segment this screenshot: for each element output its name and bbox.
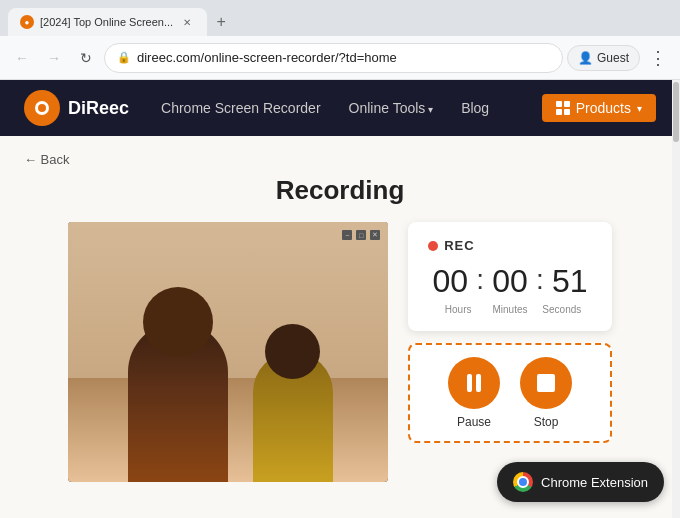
- browser-menu-button[interactable]: ⋮: [644, 44, 672, 72]
- stop-button[interactable]: [520, 357, 572, 409]
- page-content: ← Back Recording: [0, 136, 680, 518]
- nav-links: Chrome Screen Recorder Online Tools Blog: [161, 100, 542, 116]
- pause-bar-right: [476, 374, 481, 392]
- tab-close-button[interactable]: ✕: [179, 14, 195, 30]
- hours-label: Hours: [436, 304, 480, 315]
- person1: [128, 322, 228, 482]
- products-button[interactable]: Products: [542, 94, 656, 122]
- new-tab-button[interactable]: +: [207, 8, 235, 36]
- video-content: [68, 222, 388, 482]
- nav-chrome-recorder[interactable]: Chrome Screen Recorder: [161, 100, 321, 116]
- stop-icon: [537, 374, 555, 392]
- timer-sep-2: :: [536, 264, 544, 296]
- grid-icon: [556, 101, 570, 115]
- tab-favicon: ●: [20, 15, 34, 29]
- logo-text: DiReec: [68, 98, 129, 119]
- address-bar[interactable]: 🔒 direec.com/online-screen-recorder/?td=…: [104, 43, 563, 73]
- tab-title: [2024] Top Online Screen...: [40, 16, 173, 28]
- pause-button[interactable]: [448, 357, 500, 409]
- pause-bar-left: [467, 374, 472, 392]
- scrollbar-thumb[interactable]: [673, 82, 679, 142]
- browser-frame: ● [2024] Top Online Screen... ✕ + ← → ↻ …: [0, 0, 680, 518]
- site-navbar: DiReec Chrome Screen Recorder Online Too…: [0, 80, 680, 136]
- tab-bar: ● [2024] Top Online Screen... ✕ +: [0, 0, 680, 36]
- site-content: DiReec Chrome Screen Recorder Online Too…: [0, 80, 680, 518]
- chrome-logo-icon: [513, 472, 533, 492]
- chrome-extension-label: Chrome Extension: [541, 475, 648, 490]
- rec-dot: [428, 241, 438, 251]
- stop-label: Stop: [534, 415, 559, 429]
- recording-area: − □ ✕ REC 00 :: [68, 222, 612, 482]
- nav-online-tools[interactable]: Online Tools: [349, 100, 434, 116]
- back-link[interactable]: ← Back: [24, 152, 70, 167]
- win-minimize: −: [342, 230, 352, 240]
- guest-label: Guest: [597, 51, 629, 65]
- timer-minutes: 00: [488, 263, 532, 300]
- inner-window-controls: − □ ✕: [342, 230, 380, 240]
- timer-seconds: 51: [548, 263, 592, 300]
- forward-button[interactable]: →: [40, 44, 68, 72]
- stop-btn-container: Stop: [520, 357, 572, 429]
- timer-display: 00 : 00 : 51: [428, 263, 592, 300]
- reload-button[interactable]: ↻: [72, 44, 100, 72]
- scrollbar[interactable]: [672, 80, 680, 518]
- pause-label: Pause: [457, 415, 491, 429]
- lock-icon: 🔒: [117, 51, 131, 64]
- win-maximize: □: [356, 230, 366, 240]
- logo-icon: [24, 90, 60, 126]
- active-tab[interactable]: ● [2024] Top Online Screen... ✕: [8, 8, 207, 36]
- room-background: [68, 222, 388, 378]
- head1: [143, 287, 213, 357]
- products-label: Products: [576, 100, 631, 116]
- video-preview: − □ ✕: [68, 222, 388, 482]
- rec-label: REC: [444, 238, 474, 253]
- back-button[interactable]: ←: [8, 44, 36, 72]
- page-title: Recording: [276, 175, 405, 206]
- timer-sep-1: :: [476, 264, 484, 296]
- head2: [265, 324, 320, 379]
- logo[interactable]: DiReec: [24, 90, 129, 126]
- win-close: ✕: [370, 230, 380, 240]
- chrome-extension-button[interactable]: Chrome Extension: [497, 462, 664, 502]
- guest-icon: 👤: [578, 51, 593, 65]
- nav-bar: ← → ↻ 🔒 direec.com/online-screen-recorde…: [0, 36, 680, 80]
- seconds-label: Seconds: [540, 304, 584, 315]
- couple-scene: [68, 222, 388, 482]
- rec-status-panel: REC 00 : 00 : 51 Hours Minutes Secon: [408, 222, 612, 331]
- minutes-label: Minutes: [488, 304, 532, 315]
- nav-blog[interactable]: Blog: [461, 100, 489, 116]
- rec-indicator: REC: [428, 238, 592, 253]
- timer-labels: Hours Minutes Seconds: [428, 304, 592, 315]
- guest-button[interactable]: 👤 Guest: [567, 45, 640, 71]
- pause-icon: [467, 374, 481, 392]
- timer-hours: 00: [428, 263, 472, 300]
- controls-panel: REC 00 : 00 : 51 Hours Minutes Secon: [408, 222, 612, 443]
- person2: [253, 352, 333, 482]
- action-buttons-panel: Pause Stop: [408, 343, 612, 443]
- pause-btn-container: Pause: [448, 357, 500, 429]
- url-text: direec.com/online-screen-recorder/?td=ho…: [137, 50, 550, 65]
